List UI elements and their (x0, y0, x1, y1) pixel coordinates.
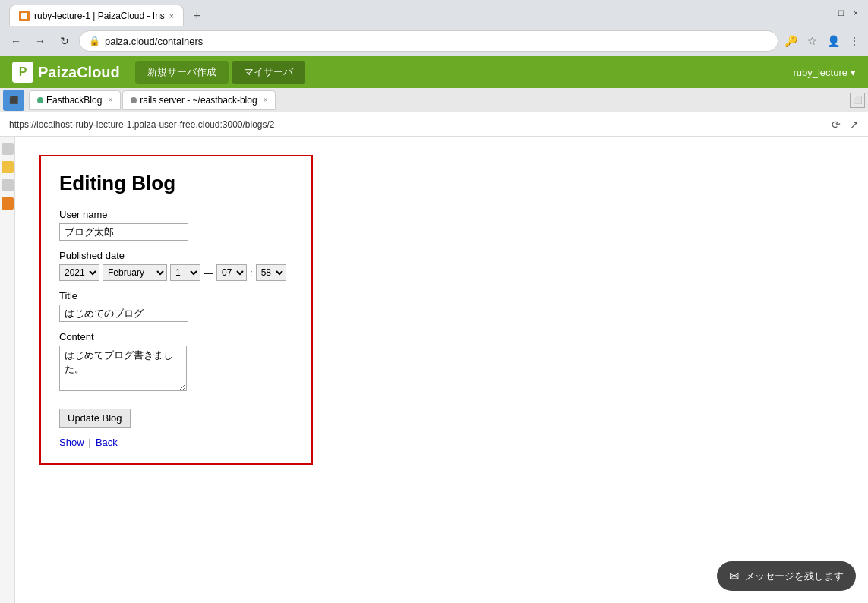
address-bar[interactable]: 🔒 paiza.cloud/containers (79, 30, 778, 52)
menu-icon[interactable]: ⋮ (847, 33, 862, 49)
title-bar: ruby-lecture-1 | PaizaCloud - Ins × + — … (0, 0, 868, 26)
content-url-text: https://localhost-ruby-lecture-1.paiza-u… (9, 119, 275, 130)
page-content: Editing Blog User name Published date 20… (15, 137, 868, 483)
paiza-navbar: P PaizaCloud 新規サーバ作成 マイサーバ ruby_lecture … (0, 56, 868, 88)
tab-dot-gray (131, 97, 137, 103)
show-link[interactable]: Show (59, 437, 84, 448)
update-blog-button[interactable]: Update Blog (59, 409, 131, 428)
main-content: Editing Blog User name Published date 20… (15, 137, 868, 603)
tab-close-btn[interactable]: × (169, 11, 174, 21)
link-separator: | (89, 437, 91, 448)
external-link-icon[interactable]: ↗ (850, 118, 859, 131)
address-bar-row: ← → ↻ 🔒 paiza.cloud/containers 🔑 ☆ 👤 ⋮ (0, 26, 868, 56)
tab-bar: ruby-lecture-1 | PaizaCloud - Ins × + (6, 0, 210, 26)
minute-select[interactable]: 00051015 20253035 40455055 58 (256, 264, 286, 281)
address-text: paiza.cloud/containers (105, 36, 769, 47)
edit-blog-form: Editing Blog User name Published date 20… (39, 155, 313, 465)
tab-title: ruby-lecture-1 | PaizaCloud - Ins (34, 11, 165, 21)
message-button[interactable]: ✉ メッセージを残します (717, 561, 856, 591)
user-menu[interactable]: ruby_lecture ▾ (793, 67, 856, 78)
browser-tabs-row: ⬛ EastbackBlog × rails server - ~/eastba… (0, 88, 868, 112)
window-controls: — ☐ × (819, 7, 862, 19)
browser-tab-rails[interactable]: rails server - ~/eastback-blog × (122, 90, 276, 110)
back-button[interactable]: ← (6, 31, 26, 51)
month-select[interactable]: January February March April May June Ju… (103, 264, 167, 281)
maximize-panel-button[interactable]: ⬜ (850, 93, 865, 108)
new-tab-button[interactable]: + (187, 6, 207, 26)
title-input[interactable] (59, 305, 188, 322)
published-date-field-group: Published date 2021 2020 2019 January Fe… (59, 250, 293, 281)
dropdown-arrow: ▾ (851, 67, 856, 78)
message-icon: ✉ (729, 569, 739, 583)
star-icon[interactable]: ☆ (804, 33, 819, 49)
tab-favicon (19, 11, 30, 21)
content-area: Editing Blog User name Published date 20… (0, 137, 868, 603)
new-server-button[interactable]: 新規サーバ作成 (135, 61, 229, 84)
reload-button[interactable]: ↻ (55, 31, 74, 51)
tab1-close[interactable]: × (108, 96, 112, 104)
lock-icon: 🔒 (89, 36, 100, 46)
content-label: Content (59, 331, 293, 343)
refresh-icon[interactable]: ⟳ (832, 118, 841, 131)
logo-text: PaizaCloud (38, 64, 120, 81)
title-label: Title (59, 290, 293, 302)
username-label: ruby_lecture (793, 67, 847, 78)
sidebar-icon-4 (2, 197, 14, 210)
content-url-bar: https://localhost-ruby-lecture-1.paiza-u… (0, 112, 868, 137)
username-label: User name (59, 209, 293, 220)
forward-button[interactable]: → (30, 31, 50, 51)
tab-dot-green (37, 97, 43, 103)
sidebar-icon-2 (2, 161, 14, 173)
browser-tab-active[interactable]: ruby-lecture-1 | PaizaCloud - Ins × (9, 5, 184, 26)
side-panel-button[interactable]: ⬛ (3, 90, 24, 111)
back-link[interactable]: Back (96, 437, 118, 448)
close-button[interactable]: × (850, 7, 862, 19)
sidebar-icon-1 (2, 143, 14, 155)
form-links: Show | Back (59, 437, 293, 448)
year-select[interactable]: 2021 2020 2019 (59, 264, 99, 281)
date-row: 2021 2020 2019 January February March Ap… (59, 264, 293, 281)
tab2-label: rails server - ~/eastback-blog (140, 95, 257, 106)
logo-p: P (19, 65, 27, 79)
logo-icon: P (12, 62, 33, 83)
left-sidebar (0, 137, 15, 603)
page-title: Editing Blog (59, 172, 293, 195)
my-server-button[interactable]: マイサーバ (232, 61, 305, 84)
message-label: メッセージを残します (745, 570, 844, 583)
account-icon[interactable]: 👤 (825, 33, 841, 49)
sidebar-icon-3 (2, 179, 14, 191)
username-field-group: User name (59, 209, 293, 241)
maximize-button[interactable]: ☐ (835, 7, 847, 19)
tab1-label: EastbackBlog (46, 95, 102, 106)
published-date-label: Published date (59, 250, 293, 261)
time-colon: : (250, 267, 253, 279)
day-select[interactable]: 1 2345 6789 10152028 (170, 264, 200, 281)
hour-select[interactable]: 00010203 040506 07 08091011 12 (216, 264, 247, 281)
username-input[interactable] (59, 223, 188, 241)
content-textarea[interactable]: はじめてブログ書きました。 (59, 346, 187, 391)
date-dash: — (204, 267, 213, 279)
title-field-group: Title (59, 290, 293, 322)
browser-tab-eastback[interactable]: EastbackBlog × (29, 90, 121, 110)
key-icon[interactable]: 🔑 (783, 33, 798, 49)
paiza-logo: P PaizaCloud (12, 62, 120, 83)
content-field-group: Content はじめてブログ書きました。 (59, 331, 293, 393)
tab2-close[interactable]: × (264, 96, 268, 104)
minimize-button[interactable]: — (819, 7, 832, 19)
address-bar-actions: 🔑 ☆ 👤 ⋮ (783, 33, 862, 49)
